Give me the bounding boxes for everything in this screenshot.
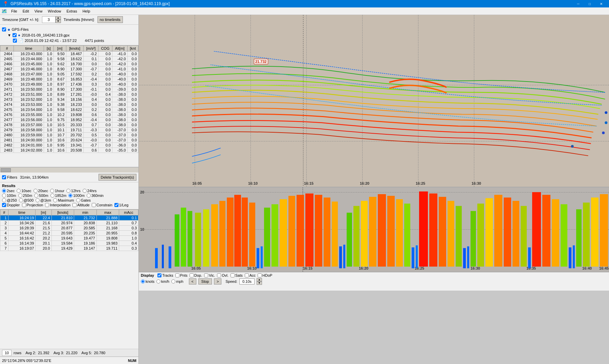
file-checkbox[interactable] [13, 33, 17, 37]
results-table-row[interactable]: 416:44:4221.220.59520.23520.9550.8 [0, 231, 138, 236]
radio-20sec[interactable]: 20sec [34, 189, 48, 193]
radio-360min[interactable]: 360min [87, 194, 104, 198]
table-row[interactable]: 246816:23:47.0001.09.0517.5920.20.0-40.0… [0, 72, 138, 77]
table-row[interactable]: 248316:24:02.0001.010.620.5080.60.0-35.0… [0, 148, 138, 153]
table-row[interactable]: 247016:23:49.0001.08.9717.4360.30.0-40.0… [0, 82, 138, 87]
table-row[interactable]: 247416:23:53.0001.09.3818.2330.00.0-38.0… [0, 102, 138, 107]
results-table-row[interactable]: 116:24:1922.421.81021.73221.8880.1 [0, 215, 138, 221]
filter-checkbox-label[interactable]: Filters [2, 175, 17, 179]
menu-help[interactable]: Help [80, 8, 93, 14]
minimize-button[interactable]: ─ [573, 1, 583, 6]
radio-250[interactable]: @250 [2, 198, 17, 202]
data-table-inner: # time [s] [m] [knots] [m/s²] COG Alt[m]… [0, 45, 138, 153]
table-row[interactable]: 246516:23:44.0001.09.5818.6220.10.0-42.0… [0, 56, 138, 62]
delete-trackpoint-button[interactable]: Delete Trackpoint(s) [99, 174, 136, 181]
chk-doppler[interactable]: Doppler [2, 203, 20, 207]
filter-checkbox[interactable] [2, 175, 6, 179]
radio-knots[interactable]: knots [141, 279, 154, 283]
chart-y-label-10: 10 [140, 227, 144, 231]
table-row[interactable]: 246716:23:46.0001.08.9017.300-0.70.0-41.… [0, 67, 138, 72]
radio-100m[interactable]: 100m [2, 194, 16, 198]
results-table-row[interactable]: 516:16:4220.219.64319.47719.8081.0 [0, 236, 138, 241]
folder-icon: ● [7, 27, 10, 32]
table-row[interactable]: 246416:23:43.0001.09.5018.467-0.20.0-41.… [0, 51, 138, 56]
radio-kmh[interactable]: km/h [156, 279, 169, 283]
radio-1km[interactable]: @1km [36, 198, 51, 202]
radio-500m[interactable]: 500m [34, 194, 48, 198]
chk-acc[interactable]: Acc [245, 273, 256, 277]
chk-dop[interactable]: Dop. [190, 273, 202, 277]
chk-projection[interactable]: Projection [22, 203, 43, 207]
nav-prev-button[interactable]: < [189, 278, 196, 285]
timezone-down[interactable]: ▼ [56, 20, 61, 23]
chk-sats[interactable]: Sats [231, 273, 243, 277]
radio-10sec[interactable]: 10sec [17, 189, 31, 193]
speed-up[interactable]: ▲ [257, 278, 262, 281]
chk-vic[interactable]: Vic. [204, 273, 215, 277]
radio-2sec[interactable]: 2sec [2, 189, 15, 193]
chk-pnts[interactable]: Pnts [175, 273, 188, 277]
radio-mph[interactable]: mph [171, 279, 183, 283]
results-table-row[interactable]: 316:28:3921.520.87720.58521.1680.3 [0, 226, 138, 231]
chk-1leg[interactable]: 1/Leg [114, 203, 129, 207]
svg-rect-32 [347, 213, 352, 267]
radio-500[interactable]: @500 [19, 198, 34, 202]
menu-extras[interactable]: Extras [64, 8, 80, 14]
nav-next-button[interactable]: > [214, 278, 221, 285]
chk-ovl[interactable]: Ovl. [217, 273, 229, 277]
timezone-up[interactable]: ▲ [56, 16, 61, 20]
chk-interpolation[interactable]: Interpolation [45, 203, 70, 207]
radio-24hrs[interactable]: 24hrs [83, 189, 97, 193]
table-row[interactable]: 247216:23:51.0001.08.8917.281-0.00.4-38.… [0, 92, 138, 97]
table-row[interactable]: 247316:23:52.0001.09.3418.1560.40.0-38.0… [0, 97, 138, 102]
table-row[interactable]: 247816:23:57.0001.010.520.3330.70.0-38.0… [0, 122, 138, 128]
gpsfiles-checkbox[interactable] [2, 27, 6, 31]
menu-edit[interactable]: Edit [20, 8, 32, 14]
chk-constrain[interactable]: Constrain [92, 203, 112, 207]
table-row[interactable]: 247616:23:55.0001.010.219.8080.60.0-38.0… [0, 112, 138, 117]
display-row-1: Display Tracks Pnts Dop. Vic. Ovl. Sats … [141, 273, 607, 277]
table-row[interactable]: 247916:23:58.0001.010.119.711-0.30.0-37.… [0, 128, 138, 133]
speed-down[interactable]: ▼ [257, 281, 262, 285]
data-table[interactable]: # time [s] [m] [knots] [m/s²] COG Alt[m]… [0, 45, 138, 167]
table-row[interactable]: 248016:23:59.0001.010.720.7020.50.0-37.0… [0, 133, 138, 138]
rows-input[interactable] [2, 350, 12, 356]
table-row[interactable]: 246916:23:48.0001.08.6716.853-0.40.0-40.… [0, 77, 138, 82]
expand-icon[interactable]: ▼ [7, 33, 11, 37]
map-area[interactable]: 16:05 16:10 16:15 16:20 16:25 16:30 21.7… [139, 15, 609, 187]
speed-value-input[interactable]: 0.10s [239, 278, 255, 285]
chk-altitude[interactable]: Altitude [72, 203, 90, 207]
maximize-button[interactable]: □ [585, 1, 595, 6]
menu-file[interactable]: File [8, 8, 20, 14]
menu-view[interactable]: View [32, 8, 45, 14]
table-row[interactable]: 248116:24:00.0001.010.620.624-0.00.0-37.… [0, 138, 138, 143]
close-button[interactable]: ✕ [596, 1, 606, 6]
chk-tracks[interactable]: Tracks [157, 273, 173, 277]
table-row[interactable]: 247116:23:50.0001.08.9017.300-0.10.0-39.… [0, 87, 138, 92]
hscroll-bar[interactable] [0, 167, 138, 173]
chart-area[interactable]: 20 10 16:05 16:10 16:15 16:20 16:25 16:3… [139, 187, 609, 272]
radio-1hour[interactable]: 1hour [50, 189, 64, 193]
timelimits-button[interactable]: no timelimits [97, 16, 123, 23]
radio-250m[interactable]: 250m [18, 194, 32, 198]
stop-button[interactable]: Stop [198, 278, 212, 285]
chk-hdop[interactable]: HDoP [258, 273, 272, 277]
timelimits-label: Timelimits [hhmm]: [64, 18, 95, 22]
results-table-row[interactable]: 216:34:2621.620.97420.83821.1100.7 [0, 221, 138, 226]
hscroll-thumb[interactable] [1, 168, 11, 172]
radio-12hrs[interactable]: 12hrs [66, 189, 81, 193]
timezone-input[interactable]: 3 [42, 16, 56, 23]
results-table-row[interactable]: 616:14:3920.119.58419.18619.9830.4 [0, 241, 138, 246]
table-row[interactable]: 248216:24:01.0001.09.9519.341-0.70.0-36.… [0, 143, 138, 148]
results-table-wrapper[interactable]: # time [m] [knots] min max mAcc 116:24:1… [0, 209, 138, 349]
table-row[interactable]: 247716:23:56.0001.09.7518.952-0.40.0-38.… [0, 117, 138, 122]
radio-1852m[interactable]: 1852m [50, 194, 67, 198]
menu-window[interactable]: Window [45, 8, 64, 14]
table-row[interactable]: 246616:23:45.0001.09.6218.7000.00.0-42.0… [0, 62, 138, 67]
table-row[interactable]: 247516:23:54.0001.09.5818.6220.20.0-38.0… [0, 107, 138, 112]
results-table-row[interactable]: 716:19:0720.019.42919.14719.7110.3 [0, 246, 138, 251]
radio-gates[interactable]: Gates [76, 198, 91, 202]
track-checkbox[interactable] [13, 39, 17, 43]
radio-1000m[interactable]: 1000m [68, 194, 85, 198]
radio-maximum[interactable]: Maximum [53, 198, 74, 202]
